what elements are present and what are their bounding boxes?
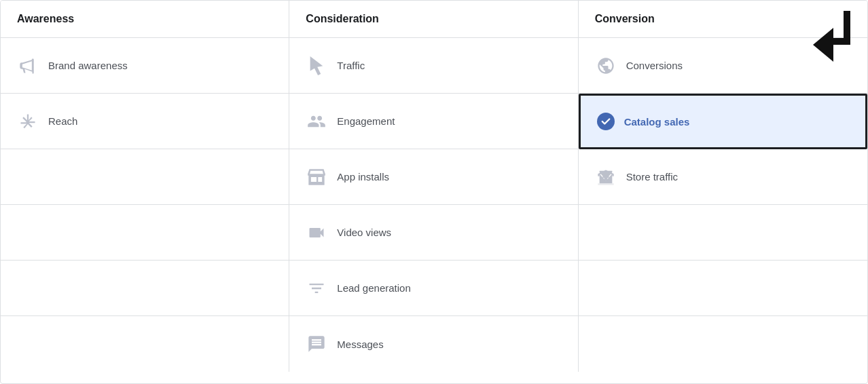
store-traffic-label: Store traffic	[626, 171, 678, 183]
traffic-item[interactable]: Traffic	[289, 38, 577, 94]
awareness-empty-3	[1, 261, 289, 316]
brand-awareness-item[interactable]: Brand awareness	[1, 38, 289, 94]
globe-icon	[595, 55, 617, 77]
catalog-sales-item[interactable]: Catalog sales	[579, 94, 867, 149]
awareness-empty-1	[1, 149, 289, 205]
conversions-label: Conversions	[626, 60, 683, 71]
awareness-empty-4	[1, 316, 289, 372]
engagement-label: Engagement	[337, 115, 395, 127]
reach-label: Reach	[48, 115, 77, 127]
conversion-empty-1	[579, 205, 867, 261]
funnel-icon	[306, 277, 327, 299]
messages-label: Messages	[337, 339, 383, 350]
conversion-header: Conversion	[579, 1, 867, 38]
lead-generation-item[interactable]: Lead generation	[289, 261, 577, 316]
consideration-column: Traffic Engagement App installs	[289, 38, 578, 372]
conversion-column: Conversions Catalog sales	[579, 38, 867, 372]
video-views-label: Video views	[337, 227, 391, 238]
conversion-empty-2	[579, 261, 867, 316]
people-icon	[306, 111, 327, 132]
lead-generation-label: Lead generation	[337, 282, 410, 294]
traffic-label: Traffic	[337, 60, 365, 71]
campaign-objective-table: Awareness Consideration Conversion Brand…	[0, 0, 868, 384]
conversion-empty-3	[579, 316, 867, 372]
awareness-header: Awareness	[1, 1, 289, 38]
video-icon	[306, 222, 327, 244]
store-traffic-item[interactable]: Store traffic	[579, 149, 867, 205]
cursor-icon	[306, 55, 327, 77]
catalog-sales-label: Catalog sales	[624, 116, 690, 128]
awareness-empty-2	[1, 205, 289, 261]
reach-item[interactable]: Reach	[1, 94, 289, 149]
app-installs-label: App installs	[337, 171, 389, 183]
consideration-header: Consideration	[289, 1, 578, 38]
selected-check-icon	[597, 113, 615, 130]
asterisk-icon	[17, 111, 39, 132]
video-views-item[interactable]: Video views	[289, 205, 577, 261]
engagement-item[interactable]: Engagement	[289, 94, 577, 149]
conversions-item[interactable]: Conversions	[579, 38, 867, 94]
app-installs-item[interactable]: App installs	[289, 149, 577, 205]
messages-item[interactable]: Messages	[289, 316, 577, 372]
body-grid: Brand awareness Reach	[1, 38, 867, 372]
box-icon	[306, 166, 327, 188]
brand-awareness-label: Brand awareness	[48, 60, 128, 71]
megaphone-icon	[17, 55, 39, 77]
chat-icon	[306, 333, 327, 355]
header-row: Awareness Consideration Conversion	[1, 1, 867, 38]
awareness-column: Brand awareness Reach	[1, 38, 289, 372]
store-icon	[595, 166, 617, 188]
